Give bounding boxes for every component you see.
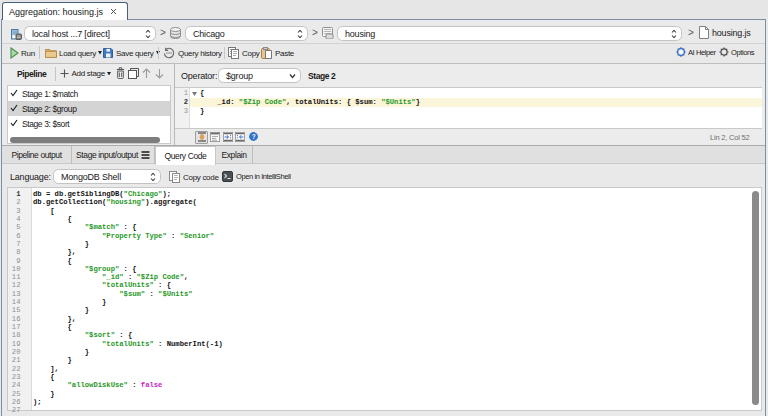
svg-text:?: ? bbox=[251, 133, 255, 140]
